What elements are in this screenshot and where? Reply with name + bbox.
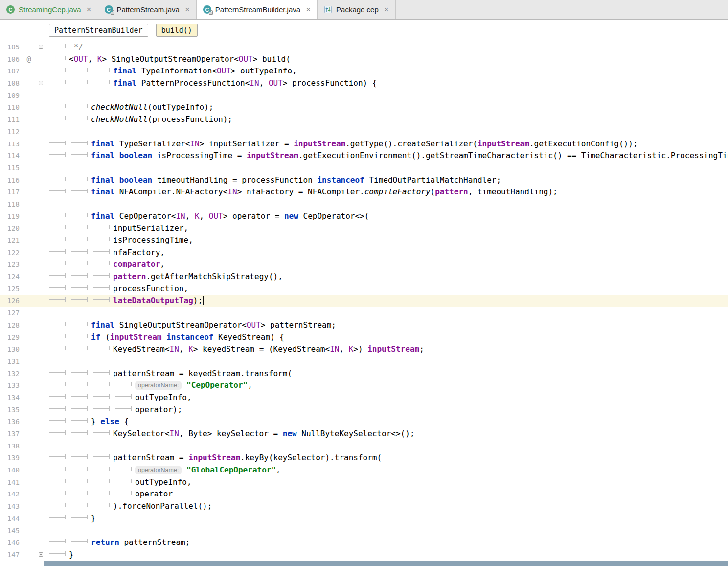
code-line-121[interactable]: 121isProcessingTime, (0, 235, 728, 247)
line-number[interactable]: 147 (0, 549, 23, 561)
code-line-112[interactable]: 112 (0, 126, 728, 138)
line-number[interactable]: 136 (0, 416, 23, 428)
code-line-109[interactable]: 109 (0, 90, 728, 102)
code-text[interactable] (47, 307, 728, 319)
code-line-142[interactable]: 142operator (0, 488, 728, 500)
code-line-117[interactable]: 117final NFACompiler.NFAFactory<IN> nfaF… (0, 186, 728, 198)
line-number[interactable]: 119 (0, 211, 23, 223)
code-text[interactable]: outTypeInfo, (47, 392, 728, 404)
code-line-118[interactable]: 118 (0, 198, 728, 211)
line-number[interactable]: 132 (0, 368, 23, 380)
tool-window-splitter[interactable] (44, 561, 728, 566)
code-line-108[interactable]: 108final PatternProcessFunction<IN, OUT>… (0, 77, 728, 90)
code-line-110[interactable]: 110checkNotNull(outTypeInfo); (0, 101, 728, 114)
code-text[interactable]: KeyedStream<IN, K> keyedStream = (KeyedS… (47, 343, 728, 355)
code-line-137[interactable]: 137KeySelector<IN, Byte> keySelector = n… (0, 428, 728, 440)
line-number[interactable]: 105 (0, 41, 23, 53)
code-text[interactable]: processFunction, (47, 283, 728, 295)
line-number[interactable]: 133 (0, 379, 23, 392)
tab-streamingcep-java[interactable]: CStreamingCep.java× (0, 0, 98, 19)
code-text[interactable]: inputSerializer, (47, 222, 728, 235)
code-text[interactable]: comparator, (47, 259, 728, 271)
code-line-122[interactable]: 122nfaFactory, (0, 247, 728, 259)
code-text[interactable]: final TypeInformation<OUT> outTypeInfo, (47, 65, 728, 77)
code-line-147[interactable]: 147} (0, 549, 728, 561)
code-text[interactable]: <OUT, K> SingleOutputStreamOperator<OUT>… (47, 53, 728, 66)
line-number[interactable]: 106 (0, 53, 23, 66)
line-number[interactable]: 107 (0, 65, 23, 77)
tab-patternstream-java[interactable]: CPatternStream.java× (98, 0, 197, 19)
code-text[interactable]: outTypeInfo, (47, 476, 728, 489)
line-number[interactable]: 142 (0, 488, 23, 500)
code-text[interactable] (47, 525, 728, 537)
line-number[interactable]: 141 (0, 476, 23, 489)
line-number[interactable]: 125 (0, 283, 23, 295)
code-line-131[interactable]: 131 (0, 355, 728, 368)
code-line-116[interactable]: 116final boolean timeoutHandling = proce… (0, 174, 728, 187)
code-text[interactable]: final boolean isProcessingTime = inputSt… (47, 150, 728, 162)
code-line-145[interactable]: 145 (0, 525, 728, 537)
code-line-125[interactable]: 125processFunction, (0, 283, 728, 295)
code-text[interactable] (47, 126, 728, 138)
code-line-105[interactable]: 105 */ (0, 41, 728, 53)
line-number[interactable]: 111 (0, 114, 23, 126)
line-number[interactable]: 134 (0, 392, 23, 404)
code-line-107[interactable]: 107final TypeInformation<OUT> outTypeInf… (0, 65, 728, 77)
line-number[interactable]: 145 (0, 525, 23, 537)
code-line-133[interactable]: 133operatorName: "CepOperator", (0, 379, 728, 392)
code-line-113[interactable]: 113final TypeSerializer<IN> inputSeriali… (0, 138, 728, 150)
code-line-114[interactable]: 114final boolean isProcessingTime = inpu… (0, 150, 728, 162)
line-number[interactable]: 137 (0, 428, 23, 440)
code-line-115[interactable]: 115 (0, 162, 728, 174)
code-text[interactable]: patternStream = keyedStream.transform( (47, 368, 728, 380)
code-line-119[interactable]: 119final CepOperator<IN, K, OUT> operato… (0, 211, 728, 223)
code-line-126[interactable]: 126lateDataOutputTag); (0, 295, 728, 307)
code-line-138[interactable]: 138 (0, 440, 728, 452)
code-text[interactable]: lateDataOutputTag); (47, 295, 728, 307)
line-number[interactable]: 140 (0, 464, 23, 476)
code-text[interactable]: final SingleOutputStreamOperator<OUT> pa… (47, 319, 728, 331)
code-text[interactable]: } else { (47, 416, 728, 428)
code-text[interactable] (47, 440, 728, 452)
code-line-146[interactable]: 146return patternStream; (0, 537, 728, 549)
line-number[interactable]: 108 (0, 77, 23, 90)
tab-package-cep[interactable]: Package cep× (318, 0, 396, 19)
line-number[interactable]: 131 (0, 355, 23, 368)
code-text[interactable]: ).forceNonParallel(); (47, 500, 728, 513)
line-number[interactable]: 138 (0, 440, 23, 452)
line-number[interactable]: 116 (0, 174, 23, 187)
code-text[interactable] (47, 162, 728, 174)
code-line-123[interactable]: 123comparator, (0, 259, 728, 271)
code-line-143[interactable]: 143).forceNonParallel(); (0, 500, 728, 513)
fold-marker-icon[interactable] (39, 81, 43, 85)
code-text[interactable]: pattern.getAfterMatchSkipStrategy(), (47, 271, 728, 283)
line-number[interactable]: 135 (0, 404, 23, 416)
code-text[interactable] (47, 355, 728, 368)
code-line-140[interactable]: 140operatorName: "GlobalCepOperator", (0, 464, 728, 476)
line-number[interactable]: 110 (0, 101, 23, 114)
code-text[interactable]: operatorName: "GlobalCepOperator", (47, 464, 728, 476)
code-line-134[interactable]: 134outTypeInfo, (0, 392, 728, 404)
line-number[interactable]: 114 (0, 150, 23, 162)
code-text[interactable]: isProcessingTime, (47, 235, 728, 247)
code-text[interactable]: final NFACompiler.NFAFactory<IN> nfaFact… (47, 186, 728, 198)
code-text[interactable]: operatorName: "CepOperator", (47, 379, 728, 392)
code-line-136[interactable]: 136} else { (0, 416, 728, 428)
code-line-139[interactable]: 139patternStream = inputStream.keyBy(key… (0, 452, 728, 464)
close-icon[interactable]: × (384, 5, 389, 14)
code-text[interactable]: if (inputStream instanceof KeyedStream) … (47, 331, 728, 344)
line-number[interactable]: 124 (0, 271, 23, 283)
code-text[interactable]: checkNotNull(processFunction); (47, 114, 728, 126)
line-number[interactable]: 118 (0, 198, 23, 211)
line-number[interactable]: 123 (0, 259, 23, 271)
code-text[interactable]: KeySelector<IN, Byte> keySelector = new … (47, 428, 728, 440)
line-number[interactable]: 109 (0, 90, 23, 102)
close-icon[interactable]: × (87, 5, 91, 14)
line-number[interactable]: 139 (0, 452, 23, 464)
line-number[interactable]: 112 (0, 126, 23, 138)
code-line-127[interactable]: 127 (0, 307, 728, 319)
code-text[interactable]: } (47, 549, 728, 561)
line-number[interactable]: 127 (0, 307, 23, 319)
code-text[interactable]: operator (47, 488, 728, 500)
code-line-111[interactable]: 111checkNotNull(processFunction); (0, 114, 728, 126)
